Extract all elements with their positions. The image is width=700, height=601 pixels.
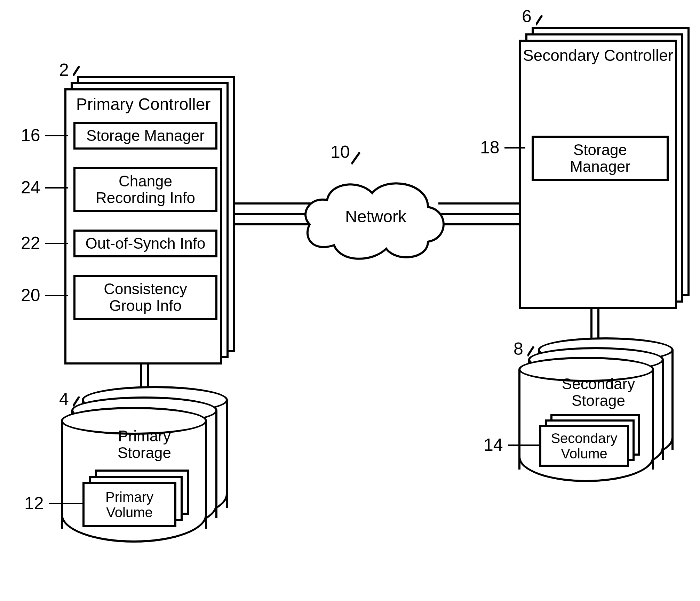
consistency-group-label: Consistency Group Info bbox=[104, 281, 187, 314]
primary-volume-label: Primary Volume bbox=[105, 489, 153, 520]
tick-8 bbox=[527, 346, 538, 357]
secondary-controller: Secondary Controller Storage Manager bbox=[519, 27, 690, 309]
secondary-storage: Secondary Storage Secondary Volume bbox=[518, 337, 678, 490]
ref-14: 14 bbox=[484, 435, 503, 455]
ref-16: 16 bbox=[21, 125, 40, 145]
lead-20 bbox=[45, 295, 68, 296]
lead-14 bbox=[508, 444, 541, 446]
lead-22 bbox=[45, 243, 68, 244]
change-recording-box: Change Recording Info bbox=[73, 167, 217, 212]
lead-16 bbox=[45, 135, 68, 136]
out-of-synch-box: Out-of-Synch Info bbox=[73, 230, 217, 257]
tick-2 bbox=[73, 66, 83, 77]
ref-10: 10 bbox=[331, 142, 350, 162]
ref-18: 18 bbox=[480, 137, 500, 158]
ref-20: 20 bbox=[21, 285, 40, 305]
tick-4 bbox=[73, 396, 83, 407]
consistency-group-box: Consistency Group Info bbox=[73, 275, 217, 320]
storage-manager-secondary-box: Storage Manager bbox=[532, 136, 669, 181]
storage-manager-primary-label: Storage Manager bbox=[86, 127, 205, 144]
tick-6 bbox=[536, 15, 546, 26]
ref-8: 8 bbox=[514, 339, 523, 359]
storage-manager-secondary-label: Storage Manager bbox=[570, 142, 630, 175]
ref-2: 2 bbox=[59, 60, 69, 80]
storage-manager-primary-box: Storage Manager bbox=[73, 122, 217, 150]
primary-storage-label: Primary Storage bbox=[61, 428, 228, 462]
primary-controller: Primary Controller Storage Manager Chang… bbox=[64, 76, 235, 364]
lead-24 bbox=[45, 187, 68, 189]
secondary-volume-label: Secondary Volume bbox=[551, 431, 617, 461]
lead-18 bbox=[504, 147, 525, 149]
secondary-controller-title: Secondary Controller bbox=[521, 42, 675, 69]
ref-12: 12 bbox=[24, 493, 44, 513]
change-recording-label: Change Recording Info bbox=[96, 173, 195, 207]
ref-22: 22 bbox=[21, 233, 40, 253]
secondary-storage-label: Secondary Storage bbox=[518, 376, 678, 409]
ref-24: 24 bbox=[21, 177, 40, 198]
network-label: Network bbox=[344, 207, 407, 226]
primary-volume-box: Primary Volume bbox=[82, 482, 176, 527]
tick-10 bbox=[351, 152, 365, 166]
ref-4: 4 bbox=[59, 389, 69, 409]
out-of-synch-label: Out-of-Synch Info bbox=[86, 235, 206, 252]
secondary-volume-box: Secondary Volume bbox=[539, 425, 629, 467]
primary-controller-title: Primary Controller bbox=[66, 90, 220, 118]
network-cloud: Network bbox=[296, 162, 452, 266]
diagram-canvas: Network Primary Controller Storage Manag… bbox=[0, 0, 700, 601]
primary-storage: Primary Storage Primary Volume bbox=[61, 386, 228, 550]
ref-6: 6 bbox=[522, 6, 532, 26]
lead-12 bbox=[49, 503, 83, 504]
